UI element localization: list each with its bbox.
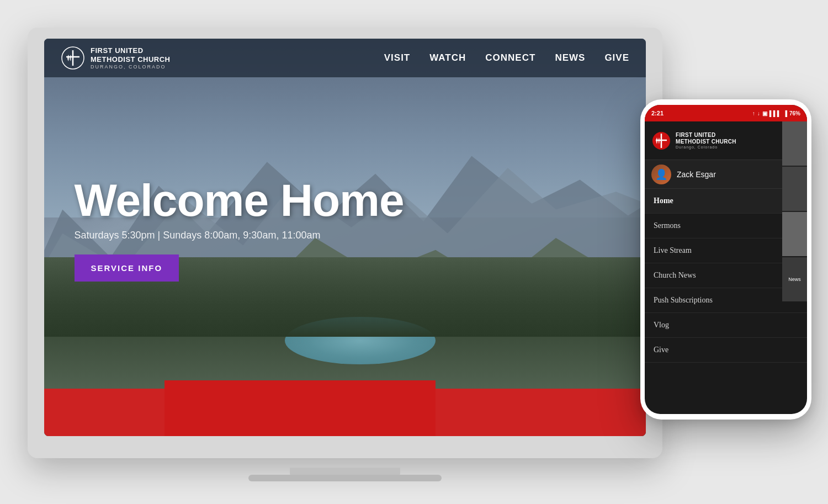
phone-user-avatar: 👤 [651,165,671,184]
upload-icon: ↑ [752,110,755,116]
phone-outer: 2:21 ↑ ↓ ▣ ▌▌▌ ▐ 76% [640,99,811,420]
nav-watch[interactable]: Watch [429,52,466,63]
laptop-screen-bezel: First United Methodist Church Durango, C… [44,39,646,436]
church-logo-icon [61,46,85,70]
website-nav: First United Methodist Church Durango, C… [44,39,646,77]
hero-title: Welcome Home [75,178,404,223]
phone-church-location: Durango, Colorado [676,145,736,149]
phone-logo: First United Methodist Church Durango, C… [651,131,736,151]
website-hero: First United Methodist Church Durango, C… [44,39,646,436]
service-info-button[interactable]: Service Info [75,254,179,282]
laptop-base [248,475,442,481]
phone-right-peek-content: News [779,121,807,414]
hero-content: Welcome Home Saturdays 5:30pm | Sundays … [75,178,404,282]
nav-logo-text-block: First United Methodist Church Durango, C… [91,46,171,69]
website: First United Methodist Church Durango, C… [44,39,646,436]
download-icon: ↓ [757,110,760,116]
nav-logo: First United Methodist Church Durango, C… [61,46,171,70]
laptop-body: First United Methodist Church Durango, C… [28,28,662,458]
phone-logo-text-block: First United Methodist Church Durango, C… [676,132,736,149]
nav-church-location: Durango, Colorado [91,64,171,70]
phone-status-bar: 2:21 ↑ ↓ ▣ ▌▌▌ ▐ 76% [645,105,807,121]
phone-church-logo-icon [651,131,671,151]
scene: First United Methodist Church Durango, C… [0,0,828,504]
battery-percent: 76% [789,110,800,116]
laptop-device: First United Methodist Church Durango, C… [28,28,662,458]
battery-icon: ▐ [783,110,787,116]
nav-news[interactable]: News [555,52,585,63]
hero-subtitle: Saturdays 5:30pm | Sundays 8:00am, 9:30a… [75,230,404,241]
phone-user-name: Zack Esgar [677,170,716,179]
phone-church-name: First United Methodist Church [676,132,736,145]
screenshot-icon: ▣ [762,110,767,116]
phone-device: 2:21 ↑ ↓ ▣ ▌▌▌ ▐ 76% [640,99,811,420]
signal-icon: ▌▌▌ [769,110,781,116]
nav-give[interactable]: Give [604,52,629,63]
nav-connect[interactable]: Connect [485,52,535,63]
nav-visit[interactable]: Visit [384,52,411,63]
red-section-preview [164,380,436,436]
status-icons: ↑ ↓ ▣ ▌▌▌ ▐ 76% [752,110,800,116]
nav-links-list: Visit Watch Connect News Give [384,52,629,63]
nav-church-name: First United Methodist Church [91,46,171,63]
phone-screen: 2:21 ↑ ↓ ▣ ▌▌▌ ▐ 76% [645,105,807,414]
status-time: 2:21 [651,110,752,116]
